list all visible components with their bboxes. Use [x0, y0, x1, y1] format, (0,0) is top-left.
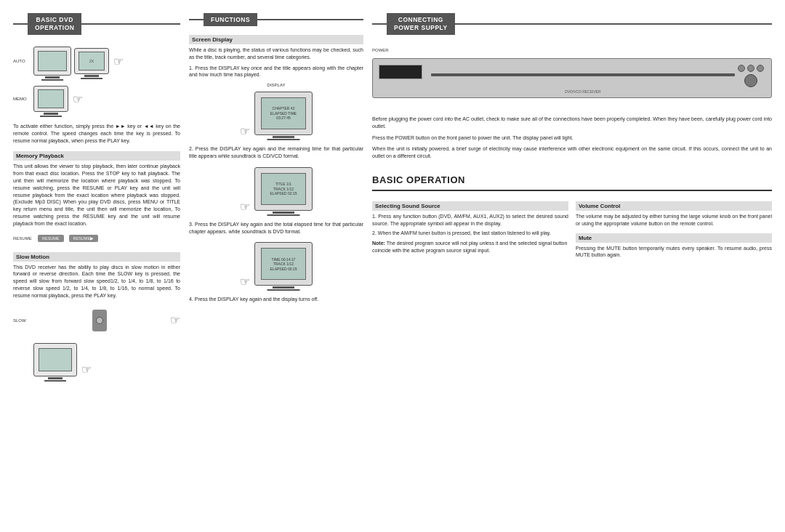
step2-tv: TITLE 1/1 TRACK 1/12 ELAPSED 02:15 [254, 167, 313, 211]
note-content: The desired program source will not play… [372, 241, 567, 253]
note-label: Note: [372, 241, 385, 246]
selecting-sound-text1: 1. Press any function button (DVD, AM/FM… [372, 213, 568, 227]
step2-hand: ☞ [240, 200, 250, 214]
col2-functions: FUNCTIONS Screen Display While a disc is… [189, 13, 363, 525]
slow-motion-title: Slow Motion [13, 252, 180, 262]
dvd-btn-large [744, 74, 757, 87]
slow-tv-hand: ☞ [81, 363, 92, 376]
step3-screen: TIME 00:14:17 TRACK 1/12 ELAPSED 00:15 [261, 248, 306, 280]
memo-label: MEMO [13, 97, 29, 101]
auto-hand-icon: ☞ [113, 55, 124, 68]
dvd-player: DVD/VCD RECEIVER [372, 58, 772, 98]
step3-tv: TIME 00:14:17 TRACK 1/12 ELAPSED 00:15 [254, 242, 313, 286]
functions-title: FUNCTIONS [204, 13, 257, 26]
dvd-screen [379, 65, 422, 79]
screen-display-title: Screen Display [189, 35, 363, 44]
auto-tv [33, 47, 71, 76]
step2-text: 2. Press the DISPLAY key again and the r… [189, 145, 363, 160]
slow-remote-container: SLOW ☞ [13, 308, 180, 333]
step3-hand: ☞ [240, 275, 250, 289]
step3-tv-row: ☞ TIME 00:14:17 TRACK 1/12 ELAPSED 00:15 [240, 239, 313, 289]
auto-tv2: 2X [74, 48, 109, 74]
basic-dvd-header: BASIC DVD OPERATION [13, 13, 180, 35]
mute-title: Mute [576, 233, 772, 243]
auto-tv-container: AUTO 2X ☞ [13, 47, 180, 76]
power-line-left [372, 23, 387, 25]
power-text1: Before plugging the power cord into the … [372, 116, 772, 130]
header-line-right [81, 23, 180, 25]
selecting-sound-text2: 2. When the AM/FM tuner button is presse… [372, 230, 568, 237]
col1-basic-dvd: BASIC DVD OPERATION AUTO 2X ☞ MEMO [13, 13, 180, 525]
step4-text: 4. Press the DISPLAY key again and the d… [189, 296, 363, 303]
slow-remote [92, 310, 107, 331]
note-text: Note: The desired program source will no… [372, 240, 568, 254]
selecting-sound-title: Selecting Sound Source [372, 201, 568, 211]
display-label: DISPLAY [267, 83, 286, 87]
slow-label: SLOW [13, 318, 29, 323]
power-text-section: Before plugging the power cord into the … [372, 116, 772, 160]
slow-tv-container: ☞ [13, 343, 180, 376]
slow-motion-text: This DVD receiver has the ability to pla… [13, 264, 180, 299]
auto-tv-wrapper: 2X [33, 47, 109, 76]
slow-remote-btn [96, 317, 103, 324]
step3-line3: ELAPSED 00:15 [270, 267, 297, 272]
step2-tv-row: ☞ TITLE 1/1 TRACK 1/12 ELAPSED 02:15 [240, 164, 313, 214]
power-line-right [455, 23, 772, 25]
auto-tv-screen [38, 51, 67, 71]
functions-header: FUNCTIONS [189, 13, 363, 26]
resume-container: RESUME RESUME RESUME▶ [13, 235, 180, 242]
memory-playback-title: Memory Playback [13, 151, 180, 161]
basic-op-title: BASIC OPERATION [372, 174, 772, 185]
step1-tv-row: ☞ CHAPTER 42 ELAPSED TIME 03:27:45 [240, 89, 313, 138]
intro-text: To activate either function, simply pres… [13, 123, 180, 144]
auto-tv-right: 2X [74, 48, 109, 74]
basic-op-two-col: Selecting Sound Source 1. Press any func… [372, 201, 772, 259]
step2-screen: TITLE 1/1 TRACK 1/12 ELAPSED 02:15 [261, 173, 306, 205]
func-line-right [257, 19, 363, 20]
auto-label: AUTO [13, 59, 29, 63]
mute-section: Mute Pressing the MUTE button temporaril… [576, 233, 772, 259]
volume-title: Volume Control [576, 201, 772, 211]
step3-text: 3. Press the DISPLAY key again and the t… [189, 221, 363, 235]
selecting-sound-col: Selecting Sound Source 1. Press any func… [372, 201, 568, 259]
memo-hand-icon: ☞ [73, 92, 83, 106]
dvd-btn2 [747, 65, 754, 72]
step1-text: 1. Press the DISPLAY key once and the ti… [189, 65, 363, 79]
power-label-text: POWER [372, 48, 772, 52]
step1-hand: ☞ [240, 124, 250, 138]
memo-tv-container: MEMO ☞ [13, 86, 180, 112]
memo-tv-wrapper [33, 86, 68, 112]
memory-playback-text: This unit allows the viewer to stop play… [13, 163, 180, 227]
screen-display-section: Screen Display While a disc is playing, … [189, 35, 363, 303]
page: BASIC DVD OPERATION AUTO 2X ☞ MEMO [0, 0, 785, 532]
power-text2: Press the POWER button on the front pane… [372, 134, 772, 142]
basic-op-header-row: BASIC OPERATION [372, 170, 772, 191]
slow-motion-section: Slow Motion This DVD receiver has the ab… [13, 252, 180, 299]
auto-screen-right: 2X [78, 52, 105, 70]
slow-tv [33, 343, 77, 376]
header-line-left [13, 23, 28, 25]
dvd-btns-row [738, 65, 764, 72]
step2-tv-hand: ☞ TITLE 1/1 TRACK 1/12 ELAPSED 02:15 [189, 164, 363, 214]
memory-playback-section: Memory Playback This unit allows the vie… [13, 151, 180, 227]
func-line-left [189, 19, 204, 20]
step1-tv: CHAPTER 42 ELAPSED TIME 03:27:45 [254, 92, 313, 135]
slow-screen [39, 348, 72, 371]
memo-screen [38, 89, 64, 108]
dvd-brand-area: DVD/VCD RECEIVER [431, 89, 735, 94]
resume-key-btn: RESUME RESUME▶ [38, 235, 98, 242]
step1-screen: CHAPTER 42 ELAPSED TIME 03:27:45 [261, 97, 306, 129]
volume-text: The volume may be adjusted by either tur… [576, 213, 772, 227]
step2-line3: ELAPSED 02:15 [270, 191, 297, 196]
resume-key-display: RESUME▶ [69, 235, 99, 242]
power-text3: When the unit is initially powered, a br… [372, 145, 772, 160]
step3-tv-hand: ☞ TIME 00:14:17 TRACK 1/12 ELAPSED 00:15 [189, 239, 363, 289]
power-title: CONNECTING POWER SUPPLY [387, 13, 455, 35]
dvd-btn3 [757, 65, 764, 72]
volume-mute-col: Volume Control The volume may be adjuste… [576, 201, 772, 259]
memo-tv [33, 86, 68, 112]
slow-hand-icon: ☞ [170, 313, 180, 327]
dvd-controls [738, 65, 764, 87]
dvd-btn1 [738, 65, 745, 72]
power-header-row: CONNECTING POWER SUPPLY [372, 13, 772, 35]
